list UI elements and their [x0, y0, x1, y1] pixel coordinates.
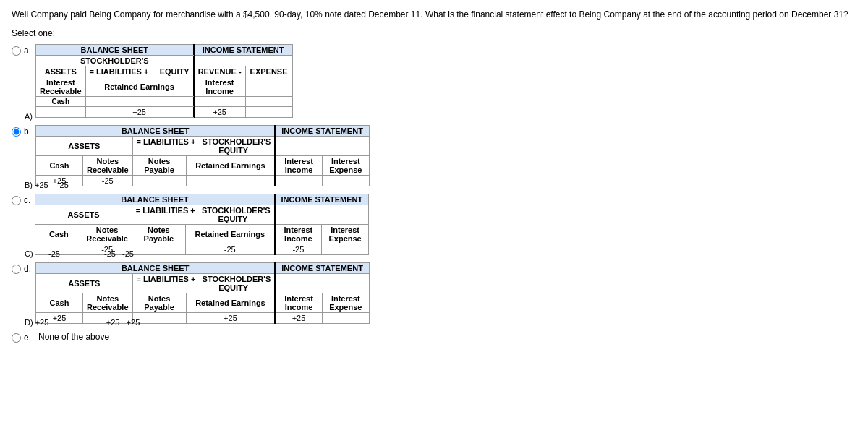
- interest-expense-header-c: InterestExpense: [322, 224, 369, 244]
- option-b-table: BALANCE SHEET INCOME STATEMENT ASSETS = …: [35, 125, 370, 186]
- option-b-block: b. BALANCE SHEET INCOME STATEMENT ASSETS…: [12, 125, 856, 186]
- a-retained-rev: +25: [194, 106, 245, 117]
- notes-pay-header-d: NotesPayable: [132, 293, 186, 312]
- interest-income-header-b: InterestIncome: [275, 155, 322, 175]
- option-a-block: a. BALANCE SHEET INCOME STATEMENT STOCKH…: [12, 44, 856, 118]
- option-e-radio-label[interactable]: e.: [12, 332, 31, 343]
- option-b-radio[interactable]: [12, 127, 21, 137]
- interest-expense-header-b: InterestExpense: [322, 155, 369, 175]
- liabilities-equity-header-a: = LIABILITIES + EQUITY: [85, 66, 194, 77]
- retained-header-d: Retained Earnings: [186, 293, 275, 312]
- a-expense: [245, 106, 292, 117]
- cash-header-d: Cash: [36, 293, 83, 312]
- stockholders-c: = LIABILITIES + STOCKHOLDER'S EQUITY: [132, 205, 274, 224]
- assets-title-b: ASSETS: [36, 136, 132, 155]
- a-cash: [36, 106, 85, 117]
- blank-b: [275, 136, 369, 155]
- stockholders-b: = LIABILITIES + STOCKHOLDER'S EQUITY: [132, 136, 275, 155]
- notes-rec-header-b: NotesReceivable: [83, 155, 132, 175]
- cash-sub-a: Cash: [36, 96, 85, 106]
- interest-expense-header-d: InterestExpense: [322, 293, 369, 312]
- notes-pay-header-b: NotesPayable: [132, 155, 186, 175]
- d-expense: [322, 312, 369, 323]
- cash-header-b: Cash: [36, 155, 83, 175]
- b-expense: [322, 175, 369, 186]
- option-d-table: BALANCE SHEET INCOME STATEMENT ASSETS = …: [35, 262, 370, 324]
- stockholders-d: = LIABILITIES + STOCKHOLDER'S EQUITY: [132, 273, 275, 293]
- expense-header-a: EXPENSE: [245, 66, 292, 77]
- option-c-letter: c.: [24, 195, 30, 205]
- revenue-header-a: REVENUE -: [194, 66, 245, 77]
- balance-sheet-header-d: BALANCE SHEET: [36, 262, 276, 273]
- balance-sheet-header-c: BALANCE SHEET: [35, 194, 275, 205]
- option-d-block: d. BALANCE SHEET INCOME STATEMENT ASSETS…: [12, 262, 856, 324]
- income-stmt-header-d: INCOME STATEMENT: [275, 262, 369, 273]
- interest-income-header-d: InterestIncome: [275, 293, 322, 312]
- notes-rec-header-c: NotesReceivable: [82, 224, 132, 244]
- b-int-income: [275, 175, 322, 186]
- c-expense: [322, 244, 369, 254]
- b-notes-pay: [132, 175, 186, 186]
- assets-header-a: ASSETS: [36, 66, 85, 77]
- option-b-row: +25 -25: [36, 175, 370, 186]
- a-receivable: +25: [85, 106, 194, 117]
- d-retained: +25: [186, 312, 275, 323]
- blank-expense-header-a: [245, 77, 292, 96]
- option-c-block: c. BALANCE SHEET INCOME STATEMENT ASSETS…: [12, 194, 856, 255]
- notes-pay-header-c: NotesPayable: [132, 224, 185, 244]
- question-text: Well Company paid Being Company for merc…: [12, 9, 856, 21]
- d-int-income: +25: [275, 312, 322, 323]
- notes-rec-header-d: NotesReceivable: [83, 293, 132, 312]
- retained-earnings-header-a: Retained Earnings: [85, 77, 194, 96]
- blank-exp-sub-a: [245, 96, 292, 106]
- balance-sheet-header-b: BALANCE SHEET: [36, 125, 276, 136]
- option-e-block: e. None of the above: [12, 331, 856, 343]
- blank-header-a: [194, 55, 292, 66]
- interest-income-header-a: InterestIncome: [194, 77, 245, 96]
- option-d-radio-label[interactable]: d.: [12, 264, 31, 274]
- option-e-letter: e.: [24, 332, 31, 343]
- interest-income-header-c: InterestIncome: [275, 224, 322, 244]
- option-e-label: None of the above: [38, 332, 109, 342]
- blank-d: [275, 273, 369, 293]
- assets-title-d: ASSETS: [36, 273, 132, 293]
- c-notes-pay: [132, 244, 185, 254]
- blank-rev-sub-a: [194, 96, 245, 106]
- option-a-radio-label[interactable]: a.: [12, 46, 31, 56]
- blank-sub-a: [85, 96, 194, 106]
- option-a-table: BALANCE SHEET INCOME STATEMENT STOCKHOLD…: [35, 44, 293, 118]
- option-d-letter: d.: [24, 264, 31, 274]
- option-a-row: +25 +25: [36, 106, 293, 117]
- select-one-label: Select one:: [12, 28, 856, 38]
- blank-c: [275, 205, 369, 224]
- option-b-radio-label[interactable]: b.: [12, 126, 31, 137]
- balance-sheet-header-a: BALANCE SHEET: [36, 44, 194, 55]
- income-stmt-header-b: INCOME STATEMENT: [275, 125, 369, 136]
- option-a-radio[interactable]: [12, 46, 21, 56]
- b-notes-rec: -25: [83, 175, 132, 186]
- income-stmt-header-a: INCOME STATEMENT: [194, 44, 292, 55]
- c-retained: -25: [185, 244, 274, 254]
- c-int-income: -25: [275, 244, 322, 254]
- interest-receivable-header-a: InterestReceivable: [36, 77, 85, 96]
- b-retained: [186, 175, 275, 186]
- option-b-letter: b.: [24, 126, 31, 137]
- retained-header-c: Retained Earnings: [185, 224, 274, 244]
- option-c-radio[interactable]: [12, 196, 21, 205]
- d-notes-pay: [132, 312, 186, 323]
- income-stmt-header-c: INCOME STATEMENT: [275, 194, 369, 205]
- option-e-radio[interactable]: [12, 333, 21, 343]
- option-c-table: BALANCE SHEET INCOME STATEMENT ASSETS = …: [35, 194, 369, 255]
- option-c-radio-label[interactable]: c.: [12, 195, 30, 205]
- assets-title-c: ASSETS: [35, 205, 132, 224]
- option-d-radio[interactable]: [12, 265, 21, 274]
- retained-header-b: Retained Earnings: [186, 155, 275, 175]
- option-a-letter: a.: [24, 46, 31, 56]
- stockholders-header-a: STOCKHOLDER'S: [36, 55, 194, 66]
- cash-header-c: Cash: [35, 224, 82, 244]
